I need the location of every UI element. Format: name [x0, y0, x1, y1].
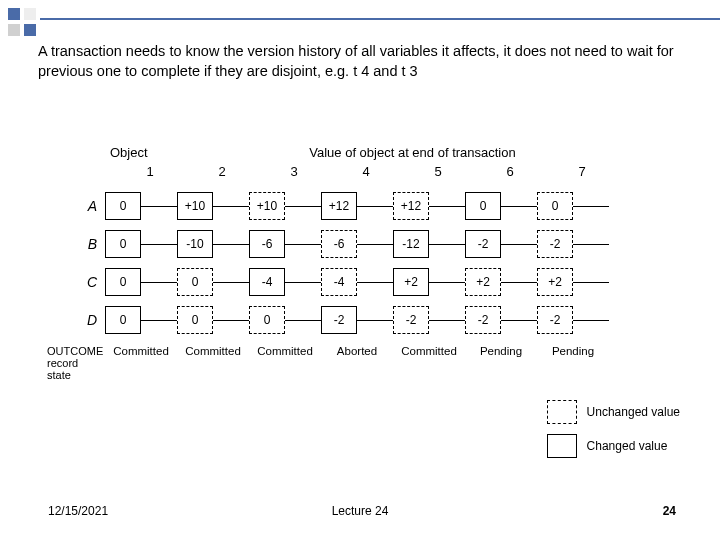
column-header: 4 — [351, 164, 381, 179]
value-cell: -2 — [321, 306, 357, 334]
legend: Unchanged value Changed value — [547, 400, 680, 468]
value-cell: -2 — [537, 306, 573, 334]
value-cell: +2 — [465, 268, 501, 296]
column-header: 1 — [135, 164, 165, 179]
value-cell: -12 — [393, 230, 429, 258]
value-cell: -4 — [321, 268, 357, 296]
slide-body-text: A transaction needs to know the version … — [38, 42, 690, 81]
value-cell: 0 — [537, 192, 573, 220]
slide-footer: 12/15/2021 Lecture 24 24 — [0, 504, 720, 518]
row-label: B — [75, 236, 105, 252]
outcome-cell: Committed — [105, 345, 177, 357]
column-header: 3 — [279, 164, 309, 179]
column-headers: 1234567 — [135, 164, 650, 179]
outcome-cell: Pending — [465, 345, 537, 357]
footer-page-number: 24 — [663, 504, 676, 518]
version-history-diagram: Object Value of object at end of transac… — [75, 145, 650, 381]
value-cell: +2 — [537, 268, 573, 296]
outcome-row: OUTCOME record state CommittedCommittedC… — [75, 345, 650, 381]
column-header: 2 — [207, 164, 237, 179]
object-row: C00-4-4+2+2+2 — [75, 263, 650, 301]
footer-date: 12/15/2021 — [48, 504, 108, 518]
header-decoration — [8, 8, 36, 36]
value-cell: 0 — [105, 268, 141, 296]
object-row: B0-10-6-6-12-2-2 — [75, 225, 650, 263]
value-cell: 0 — [177, 268, 213, 296]
column-header: 5 — [423, 164, 453, 179]
outcome-cell: Committed — [393, 345, 465, 357]
outcome-cell: Committed — [177, 345, 249, 357]
solid-box-icon — [547, 434, 577, 458]
value-cell: -6 — [249, 230, 285, 258]
value-cell: 0 — [105, 230, 141, 258]
dashed-box-icon — [547, 400, 577, 424]
value-cell: +2 — [393, 268, 429, 296]
value-cell: 0 — [249, 306, 285, 334]
legend-unchanged-label: Unchanged value — [587, 405, 680, 419]
legend-changed-label: Changed value — [587, 439, 668, 453]
value-cell: +10 — [249, 192, 285, 220]
value-cell: -4 — [249, 268, 285, 296]
value-cell: 0 — [105, 192, 141, 220]
value-cell: 0 — [105, 306, 141, 334]
header-divider — [40, 18, 720, 20]
row-label: A — [75, 198, 105, 214]
row-label: C — [75, 274, 105, 290]
value-cell: 0 — [177, 306, 213, 334]
value-cell: +12 — [393, 192, 429, 220]
value-cell: +10 — [177, 192, 213, 220]
value-cell: -2 — [393, 306, 429, 334]
outcome-label: OUTCOME record state — [47, 345, 103, 381]
object-row: D000-2-2-2-2 — [75, 301, 650, 339]
column-header: 7 — [567, 164, 597, 179]
object-column-label: Object — [110, 145, 148, 160]
value-cell: -2 — [537, 230, 573, 258]
column-header: 6 — [495, 164, 525, 179]
outcome-cell: Aborted — [321, 345, 393, 357]
value-cell: 0 — [465, 192, 501, 220]
legend-changed: Changed value — [547, 434, 680, 458]
footer-lecture: Lecture 24 — [332, 504, 389, 518]
outcome-cell: Pending — [537, 345, 609, 357]
value-cell: -10 — [177, 230, 213, 258]
legend-unchanged: Unchanged value — [547, 400, 680, 424]
row-label: D — [75, 312, 105, 328]
value-cell: -2 — [465, 306, 501, 334]
outcome-cell: Committed — [249, 345, 321, 357]
value-cell: -2 — [465, 230, 501, 258]
object-row: A0+10+10+12+1200 — [75, 187, 650, 225]
value-cell: -6 — [321, 230, 357, 258]
value-cell: +12 — [321, 192, 357, 220]
diagram-title: Value of object at end of transaction — [175, 145, 650, 160]
